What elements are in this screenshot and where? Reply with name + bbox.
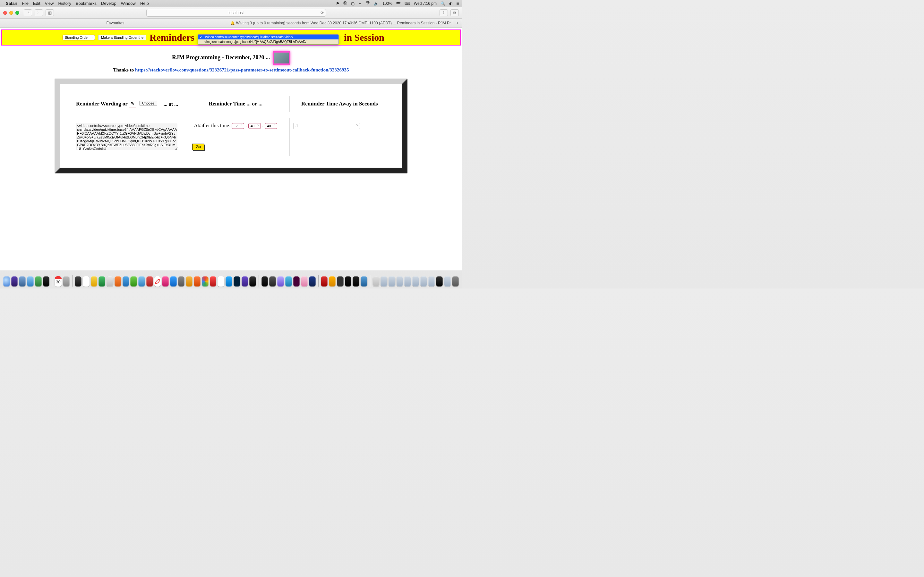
dock-app-icon[interactable]: [226, 276, 232, 287]
media-option-img[interactable]: <img src=data:image/jpeg;base64,/9j/4AAQ…: [198, 39, 338, 44]
menubar-view[interactable]: View: [45, 1, 54, 6]
share-button[interactable]: ⇪: [439, 9, 448, 16]
dock-app-icon[interactable]: [178, 276, 185, 287]
dock-window-icon[interactable]: [397, 276, 403, 287]
dock-app-icon[interactable]: [35, 276, 42, 287]
dock-window-icon[interactable]: [436, 276, 443, 287]
dock-app-icon[interactable]: [19, 276, 26, 287]
status-app1-icon[interactable]: ⚑: [336, 1, 339, 6]
spotlight-icon[interactable]: 🔍: [441, 1, 445, 6]
dock-app-icon[interactable]: [162, 276, 169, 287]
dock-app-icon[interactable]: [146, 276, 153, 287]
dock-app-icon[interactable]: [249, 276, 256, 287]
dock-window-icon[interactable]: [373, 276, 380, 287]
dock-app-icon[interactable]: [154, 276, 161, 287]
dock-app-icon[interactable]: [43, 276, 50, 287]
dock-app-icon[interactable]: [186, 276, 192, 287]
battery-icon[interactable]: [396, 1, 401, 6]
dock-window-icon[interactable]: [389, 276, 395, 287]
dock-calendar-icon[interactable]: 30: [55, 276, 61, 287]
media-select-wrap[interactable]: <video controls><source type=video/quick…: [198, 35, 339, 40]
sidebar-button[interactable]: ▥: [45, 9, 54, 16]
dock-window-icon[interactable]: [412, 276, 419, 287]
dock-app-icon[interactable]: [170, 276, 177, 287]
dock-app-icon[interactable]: [242, 276, 248, 287]
thanks-link[interactable]: https://stackoverflow.com/questions/3232…: [135, 67, 349, 73]
dock-app-icon[interactable]: [75, 276, 81, 287]
dock-app-icon[interactable]: [269, 276, 276, 287]
go-button[interactable]: Go: [192, 143, 204, 150]
dock-firefox-icon[interactable]: [194, 276, 200, 287]
dock-app-icon[interactable]: [91, 276, 97, 287]
tab-favourites[interactable]: Favourites: [0, 19, 231, 27]
menubar-help[interactable]: Help: [140, 1, 149, 6]
dock-app-icon[interactable]: [27, 276, 34, 287]
choose-file-button[interactable]: Choose: [139, 101, 157, 106]
dock-app-icon[interactable]: [11, 276, 18, 287]
menubar-clock[interactable]: Wed 7:16 pm: [414, 1, 437, 6]
dock-app-icon[interactable]: [329, 276, 336, 287]
dock-ps-icon[interactable]: [234, 276, 240, 287]
new-tab-button[interactable]: +: [453, 19, 462, 27]
reminder-wording-textarea[interactable]: <video controls><source type=video/quick…: [76, 123, 178, 150]
dock-app-icon[interactable]: [63, 276, 69, 287]
dock-app-icon[interactable]: [301, 276, 308, 287]
dock-app-icon[interactable]: [107, 276, 113, 287]
dock-window-icon[interactable]: [404, 276, 411, 287]
bluetooth-icon[interactable]: ∗: [359, 1, 362, 6]
zoom-window-button[interactable]: [15, 11, 19, 15]
back-button[interactable]: 〈: [24, 9, 32, 16]
dock-app-icon[interactable]: [360, 276, 367, 287]
forward-button[interactable]: 〉: [35, 9, 43, 16]
minimize-window-button[interactable]: [9, 11, 13, 15]
emoji-picker-button[interactable]: ✎: [129, 101, 136, 107]
dock-app-icon[interactable]: [309, 276, 316, 287]
dock-finder-icon[interactable]: [3, 276, 10, 287]
dock-app-icon[interactable]: [210, 276, 216, 287]
seconds-away-input[interactable]: [293, 123, 360, 129]
make-standing-order-button[interactable]: Make a Standing Order the: [98, 35, 146, 40]
dock-terminal-icon[interactable]: [262, 276, 268, 287]
airplay-icon[interactable]: ▢: [351, 1, 355, 6]
dock-chrome-icon[interactable]: [202, 276, 208, 287]
menubar-edit[interactable]: Edit: [33, 1, 40, 6]
dock-app-icon[interactable]: [352, 276, 359, 287]
dock-window-icon[interactable]: [444, 276, 451, 287]
tab-reminders[interactable]: 🔔 Waiting 3 (up to 0 remaining) seconds …: [231, 19, 453, 27]
dock-app-icon[interactable]: [337, 276, 344, 287]
address-bar[interactable]: localhost ⟳: [146, 9, 326, 17]
dock-window-icon[interactable]: [381, 276, 387, 287]
dock-app-icon[interactable]: [123, 276, 129, 287]
dock-app-icon[interactable]: [99, 276, 105, 287]
dock-app-icon[interactable]: [285, 276, 292, 287]
status-app2-icon[interactable]: Ⓜ: [343, 1, 347, 6]
menubar-file[interactable]: File: [22, 1, 29, 6]
menubar-app[interactable]: Safari: [6, 1, 17, 6]
hour-select[interactable]: 17: [232, 123, 244, 129]
tabs-overview-button[interactable]: ⧉: [451, 9, 459, 16]
dock-app-icon[interactable]: [218, 276, 224, 287]
wifi-icon[interactable]: [365, 1, 370, 6]
minute-select[interactable]: 40: [248, 123, 261, 129]
dock-trash-icon[interactable]: [452, 276, 459, 287]
dock-app-icon[interactable]: [115, 276, 121, 287]
dock-filezilla-icon[interactable]: [321, 276, 328, 287]
dock-app-icon[interactable]: [138, 276, 145, 287]
dock-xd-icon[interactable]: [293, 276, 300, 287]
video-thumbnail[interactable]: [273, 51, 290, 65]
menubar-develop[interactable]: Develop: [101, 1, 116, 6]
standing-order-select[interactable]: Standing Order: [63, 35, 95, 40]
siri-icon[interactable]: ◐: [449, 1, 452, 6]
menubar-history[interactable]: History: [58, 1, 71, 6]
input-source-icon[interactable]: ⌨︎: [405, 1, 410, 6]
media-option-video[interactable]: <video controls><source type=video/quick…: [198, 35, 338, 39]
standing-order-select-wrap[interactable]: Standing Order: [63, 35, 95, 40]
dock-app-icon[interactable]: [345, 276, 352, 287]
notifications-icon[interactable]: ≣: [456, 1, 459, 6]
dock-window-icon[interactable]: [428, 276, 435, 287]
dock-window-icon[interactable]: [420, 276, 427, 287]
volume-icon[interactable]: 🔈: [374, 1, 379, 6]
dock-app-icon[interactable]: [83, 276, 89, 287]
dock-app-icon[interactable]: [277, 276, 284, 287]
dock-app-icon[interactable]: [130, 276, 137, 287]
